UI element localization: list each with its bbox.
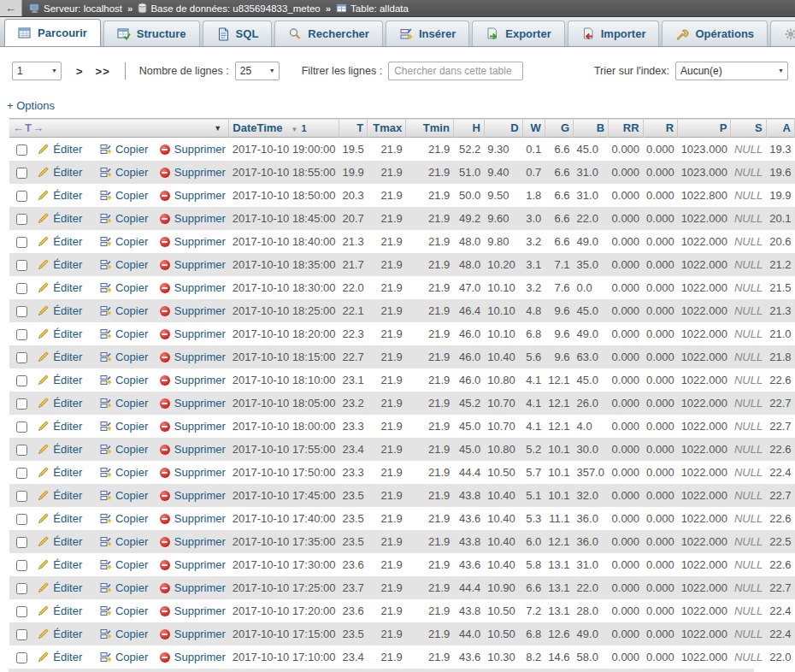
row-checkbox[interactable] xyxy=(16,629,27,640)
row-checkbox[interactable] xyxy=(16,606,27,617)
row-checkbox[interactable] xyxy=(16,283,27,294)
copy-link[interactable]: Copier xyxy=(115,304,148,317)
column-header-s[interactable]: S xyxy=(731,119,766,138)
column-header-t[interactable]: T xyxy=(339,119,368,138)
delete-link[interactable]: Supprimer xyxy=(174,258,226,271)
edit-link[interactable]: Éditer xyxy=(53,512,82,525)
filter-input[interactable] xyxy=(388,62,523,80)
copy-link[interactable]: Copier xyxy=(115,374,148,386)
column-visibility-toggle-icon[interactable]: ▼ xyxy=(214,124,225,133)
copy-link[interactable]: Copier xyxy=(115,558,148,571)
delete-link[interactable]: Supprimer xyxy=(174,143,226,156)
copy-link[interactable]: Copier xyxy=(115,143,148,156)
delete-link[interactable]: Supprimer xyxy=(174,166,226,179)
tab-triggers[interactable]: Déclencheurs xyxy=(770,21,795,46)
edit-link[interactable]: Éditer xyxy=(53,628,82,640)
delete-link[interactable]: Supprimer xyxy=(174,420,226,433)
delete-link[interactable]: Supprimer xyxy=(174,235,226,248)
tab-browse[interactable]: Parcourir xyxy=(4,19,101,46)
copy-link[interactable]: Copier xyxy=(115,604,148,617)
column-header-h[interactable]: H xyxy=(453,119,484,138)
column-header-p[interactable]: P xyxy=(678,119,731,138)
edit-link[interactable]: Éditer xyxy=(53,166,82,179)
edit-link[interactable]: Éditer xyxy=(53,281,82,294)
edit-link[interactable]: Éditer xyxy=(53,212,82,225)
copy-link[interactable]: Copier xyxy=(115,235,148,248)
row-checkbox[interactable] xyxy=(16,398,27,410)
column-header-a[interactable]: A xyxy=(766,119,794,138)
edit-link[interactable]: Éditer xyxy=(53,189,82,202)
column-header-datetime[interactable]: DateTime▼1 xyxy=(229,119,339,138)
row-checkbox[interactable] xyxy=(16,191,27,202)
row-checkbox[interactable] xyxy=(16,352,27,363)
rows-count-select[interactable]: 25 xyxy=(235,62,280,80)
delete-link[interactable]: Supprimer xyxy=(174,397,226,410)
delete-link[interactable]: Supprimer xyxy=(174,604,226,617)
delete-link[interactable]: Supprimer xyxy=(174,351,226,363)
row-checkbox[interactable] xyxy=(16,445,27,456)
copy-link[interactable]: Copier xyxy=(115,512,148,525)
copy-link[interactable]: Copier xyxy=(115,351,148,363)
delete-link[interactable]: Supprimer xyxy=(174,374,226,386)
breadcrumb-item[interactable]: Serveur: localhost xyxy=(29,3,122,14)
row-checkbox[interactable] xyxy=(16,214,27,225)
row-checkbox[interactable] xyxy=(16,583,27,594)
edit-link[interactable]: Éditer xyxy=(53,443,82,456)
tab-structure[interactable]: Structure xyxy=(103,21,200,46)
edit-link[interactable]: Éditer xyxy=(53,258,82,271)
edit-link[interactable]: Éditer xyxy=(53,304,82,317)
copy-link[interactable]: Copier xyxy=(115,327,148,340)
delete-link[interactable]: Supprimer xyxy=(174,327,226,340)
copy-link[interactable]: Copier xyxy=(115,466,148,479)
edit-link[interactable]: Éditer xyxy=(53,351,82,363)
page-select[interactable]: 1 xyxy=(12,62,62,80)
row-checkbox[interactable] xyxy=(16,375,27,386)
delete-link[interactable]: Supprimer xyxy=(174,466,226,479)
column-header-tmin[interactable]: Tmin xyxy=(406,119,454,138)
column-header-d[interactable]: D xyxy=(484,119,522,138)
delete-link[interactable]: Supprimer xyxy=(174,581,226,594)
column-header-tmax[interactable]: Tmax xyxy=(368,119,406,138)
copy-link[interactable]: Copier xyxy=(115,651,148,663)
copy-link[interactable]: Copier xyxy=(115,535,148,548)
delete-link[interactable]: Supprimer xyxy=(174,281,226,294)
column-header-w[interactable]: W xyxy=(522,119,545,138)
row-checkbox[interactable] xyxy=(16,306,27,317)
row-checkbox[interactable] xyxy=(16,514,27,525)
row-checkbox[interactable] xyxy=(16,491,27,502)
nav-panel-toggle[interactable]: ← xyxy=(0,0,22,16)
tab-operations[interactable]: Opérations xyxy=(662,21,768,46)
row-checkbox[interactable] xyxy=(16,144,27,156)
delete-link[interactable]: Supprimer xyxy=(174,212,226,225)
row-checkbox[interactable] xyxy=(16,260,27,271)
edit-link[interactable]: Éditer xyxy=(53,581,82,594)
last-page-button[interactable]: >> xyxy=(90,63,116,80)
column-header-r[interactable]: R xyxy=(643,119,678,138)
breadcrumb-item[interactable]: Table: alldata xyxy=(336,3,409,14)
edit-link[interactable]: Éditer xyxy=(53,143,82,156)
edit-link[interactable]: Éditer xyxy=(53,651,82,663)
tab-import[interactable]: Importer xyxy=(568,21,660,46)
column-header-b[interactable]: B xyxy=(574,119,609,138)
edit-link[interactable]: Éditer xyxy=(53,604,82,617)
copy-link[interactable]: Copier xyxy=(115,397,148,410)
breadcrumb-item[interactable]: Base de données: u835694833_meteo xyxy=(138,3,320,14)
copy-link[interactable]: Copier xyxy=(115,443,148,456)
row-checkbox[interactable] xyxy=(16,537,27,548)
edit-link[interactable]: Éditer xyxy=(53,558,82,571)
copy-link[interactable]: Copier xyxy=(115,281,148,294)
row-checkbox[interactable] xyxy=(16,421,27,433)
copy-link[interactable]: Copier xyxy=(115,489,148,502)
column-header-rr[interactable]: RR xyxy=(609,119,644,138)
next-page-button[interactable]: > xyxy=(70,63,90,80)
row-checkbox[interactable] xyxy=(16,237,27,248)
delete-link[interactable]: Supprimer xyxy=(174,489,226,502)
column-header-g[interactable]: G xyxy=(545,119,573,138)
edit-link[interactable]: Éditer xyxy=(53,535,82,548)
edit-link[interactable]: Éditer xyxy=(53,489,82,502)
copy-link[interactable]: Copier xyxy=(115,258,148,271)
row-checkbox[interactable] xyxy=(16,468,27,479)
tab-sql[interactable]: SQL xyxy=(203,21,273,46)
tab-export[interactable]: Exporter xyxy=(472,21,564,46)
copy-link[interactable]: Copier xyxy=(115,189,148,202)
